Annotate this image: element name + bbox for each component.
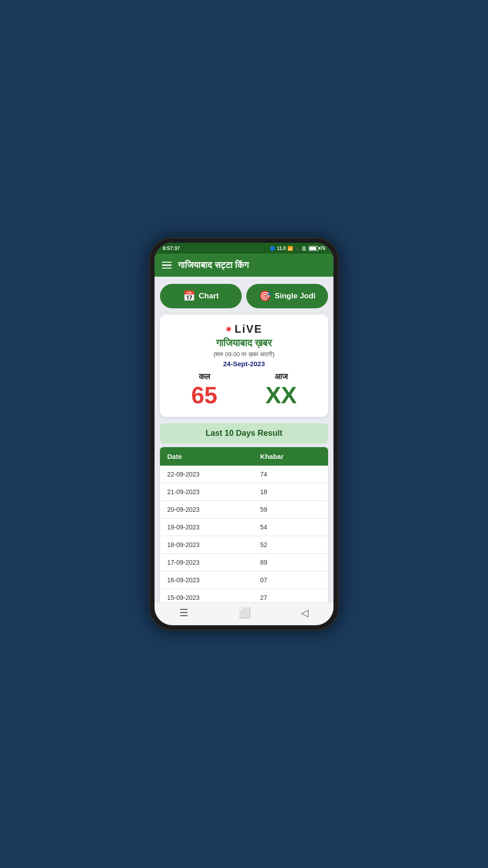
table-row: 16-09-202307 xyxy=(160,571,328,589)
live-card: LiVE गाजियाबाद ख़बर {शाम 09:00 पर ख़बर आ… xyxy=(160,315,328,417)
cell-date: 18-09-2023 xyxy=(160,536,253,554)
nav-home-icon[interactable]: ⬜ xyxy=(239,607,251,619)
table-row: 22-09-202374 xyxy=(160,466,328,483)
live-badge: LiVE xyxy=(167,323,321,335)
app-bar: गाजियाबाद सट्टा किंग xyxy=(155,254,333,277)
table-row: 19-09-202354 xyxy=(160,519,328,536)
cell-date: 21-09-2023 xyxy=(160,483,253,501)
cell-khabar: 07 xyxy=(253,571,328,589)
table-header-row: Date Khabar xyxy=(160,447,328,466)
aaj-value: XX xyxy=(265,383,296,407)
chart-button-label: Chart xyxy=(199,292,219,301)
cell-date: 17-09-2023 xyxy=(160,554,253,571)
status-icons: 🔵 11.0 📶 📞 ||| 76 xyxy=(270,246,325,251)
phone-screen: 8:57:37 🔵 11.0 📶 📞 ||| 76 गाजियाबाद सट्ट… xyxy=(155,243,333,625)
col-date-header: Date xyxy=(160,447,253,466)
results-section-title: Last 10 Days Result xyxy=(206,429,282,438)
nav-back-icon[interactable]: ◁ xyxy=(301,607,309,619)
content-area: 📅 Chart 🎯 Single Jodi LiVE गाजियाबाद ख़ब… xyxy=(155,277,333,602)
cell-khabar: 89 xyxy=(253,554,328,571)
chart-button[interactable]: 📅 Chart xyxy=(160,284,242,308)
results-tbody: 22-09-20237421-09-20231820-09-20235919-0… xyxy=(160,466,328,602)
nav-bar: ☰ ⬜ ◁ xyxy=(155,602,333,625)
calendar-icon: 📅 xyxy=(183,290,195,302)
status-bar: 8:57:37 🔵 11.0 📶 📞 ||| 76 xyxy=(155,243,333,254)
cell-khabar: 54 xyxy=(253,519,328,536)
phone-wrapper: 8:57:37 🔵 11.0 📶 📞 ||| 76 गाजियाबाद सट्ट… xyxy=(149,237,339,631)
single-jodi-button[interactable]: 🎯 Single Jodi xyxy=(246,284,328,308)
cell-khabar: 59 xyxy=(253,501,328,519)
cell-date: 19-09-2023 xyxy=(160,519,253,536)
target-icon: 🎯 xyxy=(259,290,271,302)
table-row: 17-09-202389 xyxy=(160,554,328,571)
live-dot xyxy=(225,326,232,332)
cell-khabar: 18 xyxy=(253,483,328,501)
jodi-button-label: Single Jodi xyxy=(275,292,316,301)
results-section-header: Last 10 Days Result xyxy=(160,423,328,443)
aaj-col: आज XX xyxy=(265,372,296,407)
kal-value: 65 xyxy=(191,383,217,407)
cell-date: 16-09-2023 xyxy=(160,571,253,589)
live-title: गाजियाबाद ख़बर xyxy=(167,337,321,349)
cell-date: 22-09-2023 xyxy=(160,466,253,483)
table-row: 20-09-202359 xyxy=(160,501,328,519)
cell-date: 20-09-2023 xyxy=(160,501,253,519)
table-row: 18-09-202352 xyxy=(160,536,328,554)
buttons-row: 📅 Chart 🎯 Single Jodi xyxy=(160,284,328,308)
kal-col: कल 65 xyxy=(191,372,217,407)
status-time: 8:57:37 xyxy=(163,245,180,251)
col-khabar-header: Khabar xyxy=(253,447,328,466)
cell-khabar: 74 xyxy=(253,466,328,483)
kal-label: कल xyxy=(199,372,210,382)
live-date: 24-Sept-2023 xyxy=(167,360,321,368)
aaj-label: आज xyxy=(275,372,288,382)
cell-khabar: 52 xyxy=(253,536,328,554)
table-row: 15-09-202327 xyxy=(160,589,328,603)
battery-icon xyxy=(309,246,319,251)
app-title: गाजियाबाद सट्टा किंग xyxy=(178,260,249,270)
nav-menu-icon[interactable]: ☰ xyxy=(179,607,188,619)
cell-khabar: 27 xyxy=(253,589,328,603)
table-row: 21-09-202318 xyxy=(160,483,328,501)
live-text: LiVE xyxy=(235,323,262,335)
results-table: Date Khabar 22-09-20237421-09-20231820-0… xyxy=(160,447,328,602)
cell-date: 15-09-2023 xyxy=(160,589,253,603)
menu-button[interactable] xyxy=(162,262,172,269)
result-row: कल 65 आज XX xyxy=(167,372,321,407)
live-subtitle: {शाम 09:00 पर ख़बर आएगी} xyxy=(167,351,321,358)
